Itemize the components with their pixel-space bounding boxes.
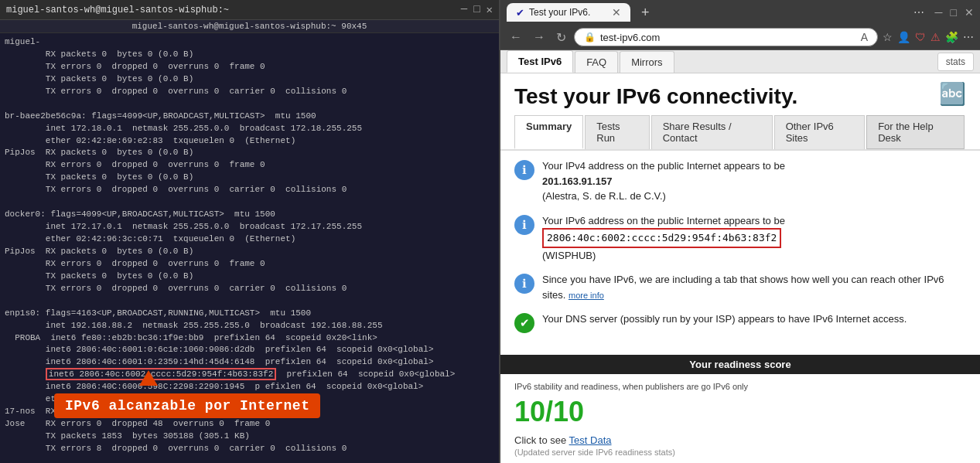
extensions-icon[interactable]: 🧩 [945, 31, 958, 43]
brave-shield-icon[interactable]: 🛡 [915, 31, 926, 43]
forward-button[interactable]: → [530, 29, 548, 46]
tab-summary-label: Summary [526, 121, 572, 132]
terminal-line: docker0: flags=4099<UP,BROADCAST,MULTICA… [5, 209, 494, 221]
terminal-line: TX errors 0 dropped 0 overruns 0 carrier… [5, 86, 494, 98]
terminal-line [5, 455, 494, 463]
tab-close-icon[interactable]: ✕ [612, 6, 621, 19]
minimize-icon[interactable]: ─ [461, 3, 467, 16]
browser-close-icon[interactable]: ✕ [965, 6, 974, 19]
settings-icon[interactable]: ⋯ [963, 31, 974, 43]
terminal-line: TX packets 0 bytes 0 (0.0 B) [5, 172, 494, 184]
browser-titlebar: ✔ Test your IPv6. ✕ + ⋯ ─ □ ✕ [500, 0, 980, 25]
lock-icon: 🔒 [584, 32, 596, 43]
brave-alert-icon[interactable]: ⚠ [930, 31, 941, 43]
site-tab-testipv6[interactable]: Test IPv6 [507, 50, 573, 73]
tab-share-results[interactable]: Share Results / Contact [651, 115, 773, 149]
tab-tests-run-label: Tests Run [596, 121, 620, 144]
check-icon-dns: ✔ [514, 313, 534, 333]
terminal-win-controls[interactable]: ─ □ ✕ [461, 3, 493, 16]
terminal-titlebar: miguel-santos-wh@miguel-santos-wisphub:~… [0, 0, 499, 20]
info-icon-tab: ℹ [514, 274, 534, 294]
ipv6-label: IPv6 alcanzable por Internet [54, 393, 320, 418]
terminal-line: TX packets 1853 bytes 305188 (305.1 KB) [5, 431, 494, 443]
result-ipv4-text: Your IPv4 address on the public Internet… [542, 158, 785, 204]
terminal-line: PipJos RX packets 0 bytes 0 (0.0 B) [5, 147, 494, 159]
terminal-line: TX packets 0 bytes 0 (0.0 B) [5, 73, 494, 86]
browser-maximize-icon[interactable]: □ [951, 6, 957, 19]
readiness-sub: IPv6 stability and readiness, when publi… [514, 380, 966, 393]
tab-share-label: Share Results / Contact [663, 121, 732, 144]
tab-tests-run[interactable]: Tests Run [585, 115, 649, 149]
terminal-line: br-baee2be56c9a: flags=4099<UP,BROADCAST… [5, 111, 494, 123]
tab-help-label: For the Help Desk [878, 121, 934, 144]
tab-overflow-icon[interactable]: ⋯ [913, 6, 924, 19]
terminal-line [5, 98, 494, 111]
result-ipv6: ℹ Your IPv6 address on the public Intern… [514, 213, 966, 264]
terminal-line: enp1s0: flags=4163<UP,BROADCAST,RUNNING,… [5, 308, 494, 320]
site-stats-label: stats [946, 56, 965, 67]
info-icon-ipv6: ℹ [514, 215, 534, 235]
tab-favicon: ✔ [516, 7, 524, 19]
tab-help-desk[interactable]: For the Help Desk [866, 115, 965, 149]
site-stats-button[interactable]: stats [937, 53, 974, 71]
terminal-title: miguel-santos-wh@miguel-santos-wisphub:~ [6, 5, 229, 15]
terminal-line: TX errors 0 dropped 0 overruns 0 carrier… [5, 184, 494, 196]
result-ipv6-info: ℹ Since you have IPv6, we are including … [514, 272, 966, 302]
terminal-line [5, 196, 494, 209]
address-text[interactable]: test-ipv6.com [600, 32, 856, 43]
readiness-bar: Your readiness score [500, 355, 980, 374]
site-tabs-bar: Test IPv6 FAQ Mirrors stats [500, 50, 980, 73]
terminal-line: ether 02:42:8e:69:e2:83 txqueuelen 0 (Et… [5, 135, 494, 148]
terminal-line: Jose RX errors 0 dropped 48 overruns 0 f… [5, 418, 494, 431]
terminal-line: inet 192.168.88.2 netmask 255.255.255.0 … [5, 320, 494, 332]
browser-minimize-icon[interactable]: ─ [935, 6, 943, 19]
terminal-line: RX packets 0 bytes 0 (0.0 B) [5, 49, 494, 61]
terminal-line: TX packets 0 bytes 0 (0.0 B) [5, 271, 494, 283]
site-tab-faq[interactable]: FAQ [575, 51, 618, 73]
ipv6-address-display: 2806:40c:6002:cccc:5d29:954f:4b63:83f2 [542, 228, 781, 248]
site-tab-faq-label: FAQ [586, 56, 606, 68]
close-icon[interactable]: ✕ [487, 3, 493, 16]
maximize-icon[interactable]: □ [473, 3, 480, 16]
result-ipv6-text: Your IPv6 address on the public Internet… [542, 213, 785, 264]
tab-title: Test your IPv6. [529, 7, 590, 18]
test-data-link[interactable]: Test Data [569, 434, 612, 446]
terminal-line: inet6 2806:40c:6001:0:6c1e:1060:9086:d2d… [5, 344, 494, 356]
terminal-subtitle: miguel-santos-wh@miguel-santos-wisphub:~… [0, 20, 499, 33]
nav-icons: ☆ 👤 🛡 ⚠ 🧩 ⋯ [883, 31, 974, 43]
browser-window: ✔ Test your IPv6. ✕ + ⋯ ─ □ ✕ ← → ↻ 🔒 te… [499, 0, 980, 463]
new-tab-icon[interactable]: + [635, 5, 656, 21]
terminal-line: TX errors 0 dropped 0 overruns 0 frame 0 [5, 61, 494, 73]
terminal-line-highlighted: inet6 2806:40c:6002:cccc:5d29:954f:4b63:… [5, 369, 494, 381]
browser-win-controls[interactable]: ─ □ ✕ [935, 6, 974, 19]
tab-summary[interactable]: Summary [514, 115, 583, 149]
result-ipv6-info-text: Since you have IPv6, we are including a … [542, 272, 966, 302]
bookmark-icon[interactable]: ☆ [883, 31, 893, 43]
site-tab-testipv6-label: Test IPv6 [518, 56, 562, 67]
updated-line: (Updated server side IPv6 readiness stat… [500, 448, 980, 457]
profile-icon[interactable]: 👤 [897, 31, 910, 43]
translate-icon[interactable]: 🔤 [939, 81, 966, 107]
site-tab-mirrors-label: Mirrors [631, 56, 662, 68]
back-button[interactable]: ← [507, 29, 525, 46]
terminal-line: inet 172.17.0.1 netmask 255.255.0.0 broa… [5, 221, 494, 233]
reload-button[interactable]: ↻ [553, 29, 569, 46]
terminal-line: inet 172.18.0.1 netmask 255.255.0.0 broa… [5, 123, 494, 135]
result-dns: ✔ Your DNS server (possibly run by your … [514, 312, 966, 333]
terminal-line: RX errors 0 dropped 0 overruns 0 frame 0 [5, 258, 494, 271]
terminal-line [5, 295, 494, 308]
browser-tab[interactable]: ✔ Test your IPv6. ✕ [507, 3, 630, 22]
tab-other-label: Other IPv6 Sites [786, 121, 834, 144]
more-info-link[interactable]: more info [569, 291, 604, 300]
terminal-window: miguel-santos-wh@miguel-santos-wisphub:~… [0, 0, 499, 463]
readiness-score: 10/10 [500, 394, 980, 430]
tab-other-sites[interactable]: Other IPv6 Sites [774, 115, 866, 149]
page-heading: Test your IPv6 connectivity. [500, 73, 980, 115]
results-area: ℹ Your IPv4 address on the public Intern… [500, 151, 980, 350]
terminal-line: RX errors 0 dropped 0 overruns 0 frame 0 [5, 159, 494, 172]
address-bar[interactable]: 🔒 test-ipv6.com A [574, 28, 878, 46]
terminal-line: TX errors 0 dropped 0 overruns 0 carrier… [5, 283, 494, 295]
readiness-title: Your readiness score [689, 359, 790, 370]
site-tab-mirrors[interactable]: Mirrors [620, 51, 674, 73]
info-icon-ipv4: ℹ [514, 160, 534, 180]
